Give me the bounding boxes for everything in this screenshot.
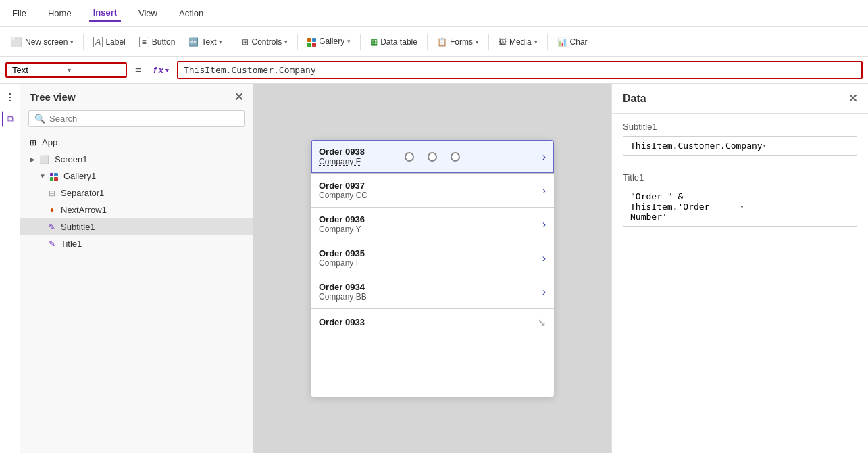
menu-file[interactable]: File	[8, 5, 30, 21]
chart-icon: 📊	[557, 37, 567, 47]
fx-chevron: ▾	[165, 67, 169, 74]
treeview-header: Tree view ✕	[20, 84, 253, 110]
forms-label: Forms	[450, 37, 473, 47]
menu-action[interactable]: Action	[175, 5, 207, 21]
tree-item-screen1-label: Screen1	[55, 154, 87, 164]
toolbar-separator-6	[488, 34, 489, 50]
data-panel-title: Data	[623, 93, 646, 105]
main-layout: ⧉ Tree view ✕ 🔍 ⊞ App ▶ ⬜ Screen1	[0, 84, 868, 453]
menu-insert[interactable]: Insert	[89, 5, 121, 22]
handle-center	[405, 152, 460, 162]
button-icon: ≡	[139, 37, 149, 47]
label-button[interactable]: A Label	[88, 34, 130, 50]
search-icon: 🔍	[34, 114, 45, 124]
tree-item-separator1[interactable]: ⊟ Separator1	[20, 185, 253, 201]
tree-item-gallery1[interactable]: ▼ Gallery1	[20, 168, 253, 185]
forms-button[interactable]: 📋 Forms ▾	[432, 34, 484, 49]
gallery-chevron: ▾	[347, 38, 351, 45]
screen1-collapse-icon: ▶	[30, 156, 35, 163]
handle-center-circle[interactable]	[428, 152, 437, 162]
button-button[interactable]: ≡ Button	[134, 34, 181, 50]
formula-input[interactable]: ThisItem.Customer.Company	[177, 61, 863, 79]
gallery-icon	[307, 37, 316, 46]
text-label: Text	[201, 37, 216, 47]
controls-button[interactable]: ⊞ Controls ▾	[236, 34, 293, 49]
handle-right[interactable]	[451, 152, 460, 162]
tree-item-subtitle1-label: Subtitle1	[61, 222, 95, 232]
controls-icon: ⊞	[242, 37, 249, 47]
data-title1-value: "Order " & ThisItem.'Order Number'	[630, 191, 740, 222]
toolbar-separator-3	[297, 34, 298, 50]
gallery-item-4-title: Order 0934	[319, 282, 537, 292]
gallery-item-2-title: Order 0936	[319, 214, 537, 224]
toolbar: ⬜ New screen ▾ A Label ≡ Button 🔤 Text ▾…	[0, 27, 868, 57]
gallery-item-1-arrow: ›	[537, 185, 546, 197]
treeview-title: Tree view	[30, 91, 76, 103]
gallery-item-2[interactable]: Order 0936 Company Y ›	[311, 208, 554, 241]
tree-item-screen1[interactable]: ▶ ⬜ Screen1	[20, 151, 253, 168]
property-selector[interactable]: Text ▾	[5, 62, 127, 78]
canvas-area: Order 0938 Company F ›	[253, 84, 611, 453]
text-button[interactable]: 🔤 Text ▾	[183, 34, 228, 49]
menu-bar: File Home Insert View Action	[0, 0, 868, 27]
data-title1-dropdown[interactable]: "Order " & ThisItem.'Order Number' ▾	[623, 187, 857, 226]
tree-item-title1-label: Title1	[61, 239, 82, 249]
nextarrow1-icon: ✦	[49, 206, 55, 215]
gallery-item-4[interactable]: Order 0934 Company BB ›	[311, 275, 554, 309]
datatable-icon: ▦	[370, 37, 378, 47]
fx-icon: f	[153, 65, 156, 75]
tree-item-subtitle1[interactable]: ✎ Subtitle1	[20, 218, 253, 235]
media-icon: 🖼	[499, 37, 507, 47]
treeview-panel: Tree view ✕ 🔍 ⊞ App ▶ ⬜ Screen1 ▼	[20, 84, 253, 453]
label-text: Label	[105, 37, 125, 47]
toolbar-separator-5	[427, 34, 428, 50]
toolbar-separator-1	[83, 34, 84, 50]
data-title1-section: Title1 "Order " & ThisItem.'Order Number…	[612, 164, 868, 235]
gallery-item-5[interactable]: Order 0933 ↘	[311, 309, 554, 335]
forms-icon: 📋	[437, 37, 447, 47]
data-subtitle1-label: Subtitle1	[623, 122, 857, 132]
property-dropdown-icon: ▾	[68, 66, 120, 74]
media-button[interactable]: 🖼 Media ▾	[493, 34, 543, 49]
tree-item-app-label: App	[42, 137, 57, 147]
toolbar-separator-2	[232, 34, 232, 50]
app-icon: ⊞	[30, 138, 36, 147]
tree-item-nextarrow1[interactable]: ✦ NextArrow1	[20, 201, 253, 218]
datatable-button[interactable]: ▦ Data table	[365, 34, 423, 49]
gallery-item-5-content: Order 0933	[319, 317, 532, 327]
gallery-item-0[interactable]: Order 0938 Company F ›	[311, 140, 554, 174]
treeview-search-box[interactable]: 🔍	[28, 110, 245, 127]
menu-home[interactable]: Home	[44, 5, 76, 21]
layers-button[interactable]: ⧉	[2, 111, 18, 127]
chart-button[interactable]: 📊 Char	[552, 34, 593, 49]
fx-label: x	[159, 65, 163, 75]
gallery-button[interactable]: Gallery ▾	[302, 34, 356, 49]
tree-item-app[interactable]: ⊞ App	[20, 134, 253, 151]
gallery-item-1-content: Order 0937 Company CC	[319, 181, 537, 200]
hamburger-menu-button[interactable]	[2, 89, 18, 105]
title1-icon: ✎	[49, 239, 55, 249]
gallery-item-4-arrow: ›	[537, 286, 546, 298]
gallery-item-3[interactable]: Order 0935 Company I ›	[311, 241, 554, 275]
chart-label: Char	[570, 37, 588, 47]
hamburger-icon	[5, 89, 16, 105]
gallery-item-1[interactable]: Order 0937 Company CC ›	[311, 174, 554, 208]
gallery-item-3-subtitle: Company I	[319, 258, 537, 268]
handle-left[interactable]	[405, 152, 414, 162]
new-screen-icon: ⬜	[11, 37, 22, 47]
label-icon: A	[93, 37, 103, 47]
new-screen-button[interactable]: ⬜ New screen ▾	[5, 34, 79, 50]
text-icon: 🔤	[188, 37, 199, 47]
gallery-item-0-arrow: ›	[537, 151, 546, 163]
menu-view[interactable]: View	[134, 5, 161, 21]
fx-button[interactable]: f x ▾	[149, 65, 173, 75]
data-panel-header: Data ✕	[612, 84, 868, 114]
data-panel-close-button[interactable]: ✕	[848, 92, 857, 105]
search-input[interactable]	[49, 114, 238, 124]
data-subtitle1-dropdown[interactable]: ThisItem.Customer.Company ▾	[623, 136, 857, 156]
data-title1-label: Title1	[623, 172, 857, 183]
treeview-close-button[interactable]: ✕	[234, 91, 243, 103]
subtitle1-icon: ✎	[49, 222, 55, 232]
tree-item-title1[interactable]: ✎ Title1	[20, 235, 253, 252]
text-chevron: ▾	[219, 39, 222, 45]
